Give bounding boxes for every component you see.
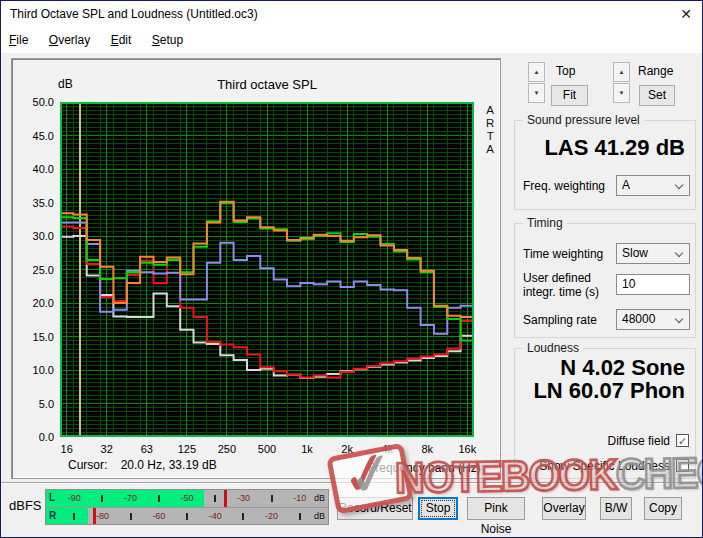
show-specific-loudness-label: Show Specific Loudness <box>525 459 670 473</box>
x-tick-label: 16k <box>450 443 484 455</box>
top-down-arrow-icon[interactable]: ▼ <box>528 83 545 103</box>
y-tick-label: 5.0 <box>16 398 54 410</box>
meter-scale-label: -80 <box>96 511 109 521</box>
y-tick-label: 40.0 <box>16 163 54 175</box>
meter-channel-label: L <box>49 492 55 503</box>
loudness-groupbox: Loudness N 4.02 Sone LN 60.07 Phon Diffu… <box>514 348 696 479</box>
chevron-down-icon <box>675 315 683 323</box>
cursor-readout: Cursor: 20.0 Hz, 33.19 dB <box>68 458 217 472</box>
menu-edit[interactable]: Edit <box>103 29 140 51</box>
meter-unit-label: dB <box>314 511 325 521</box>
integr-time-label-line1: User defined <box>523 271 591 285</box>
meter-scale-label: -30 <box>237 493 250 503</box>
set-button[interactable]: Set <box>639 85 675 106</box>
meter-tick <box>299 513 301 520</box>
x-tick-label: 16 <box>50 443 84 455</box>
title-bar: Third Octave SPL and Loudness (Untitled.… <box>1 1 702 29</box>
meter-scale-label: -50 <box>180 493 193 503</box>
top-label: Top <box>556 64 575 78</box>
level-meter: L-90-70-50-30-10dBR-80-60-40-20dB <box>45 489 329 525</box>
y-tick-label: 25.0 <box>16 264 54 276</box>
range-label: Range <box>638 64 673 78</box>
timing-group-title: Timing <box>523 216 567 230</box>
range-down-arrow-icon[interactable]: ▼ <box>613 83 630 103</box>
meter-tick <box>271 495 273 502</box>
timing-groupbox: Timing Time weighting Slow User defined … <box>514 223 696 338</box>
meter-scale-label: -40 <box>209 511 222 521</box>
sampling-rate-label: Sampling rate <box>523 313 597 327</box>
meter-tick <box>73 513 75 520</box>
freq-weighting-select[interactable]: A <box>616 175 690 196</box>
range-spinner: ▲ ▼ <box>613 62 630 104</box>
dbfs-label: dBFS <box>9 498 42 513</box>
fit-button[interactable]: Fit <box>551 85 588 106</box>
overlay-button[interactable]: Overlay <box>542 497 586 520</box>
x-axis-caption: Frequency band (Hz) <box>368 461 481 475</box>
loudness-group-title: Loudness <box>523 341 583 355</box>
chevron-down-icon <box>675 181 683 189</box>
chart-title: Third octave SPL <box>60 77 474 92</box>
freq-weighting-value: A <box>622 178 630 192</box>
window-title: Third Octave SPL and Loudness (Untitled.… <box>10 7 258 21</box>
menu-file[interactable]: File <box>1 29 36 51</box>
range-up-arrow-icon[interactable]: ▲ <box>613 62 630 82</box>
top-spinner: ▲ ▼ <box>528 62 545 104</box>
bw-button[interactable]: B/W <box>600 497 632 520</box>
meter-channel-label: R <box>49 510 56 521</box>
y-tick-label: 15.0 <box>16 331 54 343</box>
menu-setup[interactable]: Setup <box>144 29 191 51</box>
time-weighting-value: Slow <box>622 246 648 260</box>
x-tick-label: 1k <box>290 443 324 455</box>
time-weighting-label: Time weighting <box>523 247 603 261</box>
meter-scale-label: -90 <box>68 493 81 503</box>
diffuse-field-checkbox[interactable]: ✓ <box>676 434 689 447</box>
y-tick-label: 35.0 <box>16 197 54 209</box>
record-reset-button[interactable]: Record/Reset <box>337 497 413 520</box>
x-tick-label: 8k <box>410 443 444 455</box>
x-tick-label: 2k <box>330 443 364 455</box>
spl-value: LAS 41.29 dB <box>544 135 685 161</box>
meter-tick <box>101 495 103 502</box>
sampling-rate-select[interactable]: 48000 <box>616 309 690 330</box>
app-window: Third Octave SPL and Loudness (Untitled.… <box>0 0 703 538</box>
x-tick-label: 32 <box>90 443 124 455</box>
top-up-arrow-icon[interactable]: ▲ <box>528 62 545 82</box>
spl-plot-area[interactable] <box>60 102 474 437</box>
x-tick-label: 4k <box>370 443 404 455</box>
show-specific-loudness-checkbox[interactable] <box>676 459 689 472</box>
spl-groupbox: Sound pressure level LAS 41.29 dB Freq. … <box>514 120 696 210</box>
y-tick-label: 10.0 <box>16 364 54 376</box>
meter-peak-indicator <box>224 490 227 507</box>
loudness-phon-value: LN 60.07 Phon <box>533 378 685 404</box>
pink-noise-button[interactable]: Pink Noise <box>467 497 525 520</box>
meter-tick <box>186 513 188 520</box>
diffuse-field-label: Diffuse field <box>555 434 670 448</box>
menu-overlay[interactable]: Overlay <box>41 29 98 51</box>
stop-button[interactable]: Stop <box>418 497 458 520</box>
meter-unit-label: dB <box>314 493 325 503</box>
integr-time-label-line2: integr. time (s) <box>523 285 599 299</box>
y-tick-label: 20.0 <box>16 297 54 309</box>
integr-time-input[interactable]: 10 <box>616 274 690 295</box>
chevron-down-icon <box>675 249 683 257</box>
y-tick-label: 45.0 <box>16 130 54 142</box>
meter-scale-label: -20 <box>265 511 278 521</box>
sampling-rate-value: 48000 <box>622 312 655 326</box>
meter-tick <box>242 513 244 520</box>
meter-scale-label: -70 <box>124 493 137 503</box>
meter-scale-label: -10 <box>293 493 306 503</box>
menu-bar: File Overlay Edit Setup <box>1 29 702 53</box>
time-weighting-select[interactable]: Slow <box>616 243 690 264</box>
copy-button[interactable]: Copy <box>644 497 682 520</box>
close-icon[interactable]: ✕ <box>680 6 692 22</box>
y-tick-label: 50.0 <box>16 96 54 108</box>
chart-panel: dB Third octave SPL 50.045.040.035.030.0… <box>11 58 501 479</box>
arta-logo-label: ARTA <box>486 104 494 156</box>
meter-tick <box>214 495 216 502</box>
x-tick-label: 500 <box>250 443 284 455</box>
meter-tick <box>130 513 132 520</box>
x-tick-label: 250 <box>210 443 244 455</box>
freq-weighting-label: Freq. weighting <box>523 179 605 193</box>
meter-row-l: L-90-70-50-30-10dB <box>46 490 328 507</box>
x-tick-label: 125 <box>170 443 204 455</box>
